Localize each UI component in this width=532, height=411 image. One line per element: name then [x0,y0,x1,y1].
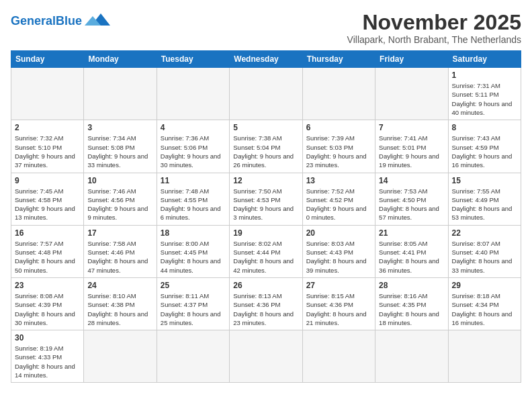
calendar-day: 20Sunrise: 8:03 AM Sunset: 4:43 PM Dayli… [302,225,375,277]
day-number: 16 [15,228,80,238]
day-number: 14 [379,176,444,185]
day-number: 13 [306,176,371,185]
calendar-day [230,330,302,383]
calendar-day: 2Sunrise: 7:32 AM Sunset: 5:10 PM Daylig… [11,120,84,173]
day-number: 15 [452,176,517,185]
day-number: 5 [233,123,298,132]
day-number: 6 [306,123,371,132]
day-number: 21 [379,228,444,238]
day-number: 10 [87,176,152,185]
day-number: 2 [15,123,80,132]
day-info: Sunrise: 8:00 AM Sunset: 4:45 PM Dayligh… [161,239,226,275]
calendar-day: 19Sunrise: 8:02 AM Sunset: 4:44 PM Dayli… [230,225,302,277]
day-number: 4 [161,123,226,132]
calendar-day: 3Sunrise: 7:34 AM Sunset: 5:08 PM Daylig… [84,120,157,173]
day-info: Sunrise: 8:08 AM Sunset: 4:39 PM Dayligh… [15,291,80,327]
day-info: Sunrise: 8:18 AM Sunset: 4:34 PM Dayligh… [452,291,517,327]
calendar-day [230,68,302,120]
day-info: Sunrise: 7:41 AM Sunset: 5:01 PM Dayligh… [379,134,444,169]
calendar-day: 13Sunrise: 7:52 AM Sunset: 4:52 PM Dayli… [302,173,375,225]
day-number: 29 [452,281,517,290]
day-number: 23 [15,281,80,290]
day-info: Sunrise: 7:38 AM Sunset: 5:04 PM Dayligh… [233,134,298,169]
calendar-day: 25Sunrise: 8:11 AM Sunset: 4:37 PM Dayli… [157,277,229,330]
calendar-table: SundayMondayTuesdayWednesdayThursdayFrid… [11,50,521,383]
day-number: 24 [87,281,152,290]
day-info: Sunrise: 8:10 AM Sunset: 4:38 PM Dayligh… [87,291,152,327]
calendar-day: 15Sunrise: 7:55 AM Sunset: 4:49 PM Dayli… [448,173,521,225]
location-subtitle: Villapark, North Brabant, The Netherland… [347,34,521,45]
day-info: Sunrise: 8:11 AM Sunset: 4:37 PM Dayligh… [161,291,226,327]
day-number: 30 [15,333,80,342]
day-info: Sunrise: 7:52 AM Sunset: 4:52 PM Dayligh… [306,187,371,222]
logo-text: GeneralBlue [11,15,82,28]
calendar-day: 17Sunrise: 7:58 AM Sunset: 4:46 PM Dayli… [84,225,157,277]
day-info: Sunrise: 7:34 AM Sunset: 5:08 PM Dayligh… [87,134,152,169]
day-number: 3 [87,123,152,132]
day-info: Sunrise: 7:58 AM Sunset: 4:46 PM Dayligh… [87,239,152,275]
calendar-week-row: 30Sunrise: 8:19 AM Sunset: 4:33 PM Dayli… [11,330,521,383]
calendar-day [84,68,157,120]
calendar-day: 6Sunrise: 7:39 AM Sunset: 5:03 PM Daylig… [302,120,375,173]
calendar-week-row: 1Sunrise: 7:31 AM Sunset: 5:11 PM Daylig… [11,68,521,120]
day-number: 20 [306,228,371,238]
day-number: 18 [161,228,226,238]
calendar-day [11,68,84,120]
day-info: Sunrise: 8:03 AM Sunset: 4:43 PM Dayligh… [306,239,371,275]
calendar-day: 8Sunrise: 7:43 AM Sunset: 4:59 PM Daylig… [448,120,521,173]
day-number: 8 [452,123,517,132]
day-number: 9 [15,176,80,185]
day-info: Sunrise: 8:15 AM Sunset: 4:36 PM Dayligh… [306,291,371,327]
calendar-week-row: 2Sunrise: 7:32 AM Sunset: 5:10 PM Daylig… [11,120,521,173]
day-info: Sunrise: 7:32 AM Sunset: 5:10 PM Dayligh… [15,134,80,169]
calendar-week-row: 9Sunrise: 7:45 AM Sunset: 4:58 PM Daylig… [11,173,521,225]
day-info: Sunrise: 7:55 AM Sunset: 4:49 PM Dayligh… [452,187,517,222]
weekday-header: Friday [375,51,448,68]
calendar-day: 5Sunrise: 7:38 AM Sunset: 5:04 PM Daylig… [230,120,302,173]
day-number: 28 [379,281,444,290]
day-info: Sunrise: 8:16 AM Sunset: 4:35 PM Dayligh… [379,291,444,327]
day-number: 22 [452,228,517,238]
day-info: Sunrise: 7:53 AM Sunset: 4:50 PM Dayligh… [379,187,444,222]
day-info: Sunrise: 8:02 AM Sunset: 4:44 PM Dayligh… [233,239,298,275]
weekday-header: Tuesday [157,51,229,68]
calendar-day: 7Sunrise: 7:41 AM Sunset: 5:01 PM Daylig… [375,120,448,173]
calendar-day: 23Sunrise: 8:08 AM Sunset: 4:39 PM Dayli… [11,277,84,330]
day-info: Sunrise: 7:46 AM Sunset: 4:56 PM Dayligh… [87,187,152,222]
day-number: 19 [233,228,298,238]
day-info: Sunrise: 8:19 AM Sunset: 4:33 PM Dayligh… [15,344,80,379]
logo-icon [85,11,110,30]
calendar-day: 22Sunrise: 8:07 AM Sunset: 4:40 PM Dayli… [448,225,521,277]
weekday-header-row: SundayMondayTuesdayWednesdayThursdayFrid… [11,51,521,68]
calendar-day: 14Sunrise: 7:53 AM Sunset: 4:50 PM Dayli… [375,173,448,225]
calendar-day: 27Sunrise: 8:15 AM Sunset: 4:36 PM Dayli… [302,277,375,330]
day-number: 27 [306,281,371,290]
day-info: Sunrise: 7:39 AM Sunset: 5:03 PM Dayligh… [306,134,371,169]
calendar-day: 4Sunrise: 7:36 AM Sunset: 5:06 PM Daylig… [157,120,229,173]
day-info: Sunrise: 8:13 AM Sunset: 4:36 PM Dayligh… [233,291,298,327]
weekday-header: Sunday [11,51,84,68]
day-info: Sunrise: 7:45 AM Sunset: 4:58 PM Dayligh… [15,187,80,222]
calendar-day: 24Sunrise: 8:10 AM Sunset: 4:38 PM Dayli… [84,277,157,330]
weekday-header: Wednesday [230,51,302,68]
day-info: Sunrise: 7:57 AM Sunset: 4:48 PM Dayligh… [15,239,80,275]
weekday-header: Thursday [302,51,375,68]
calendar-day: 11Sunrise: 7:48 AM Sunset: 4:55 PM Dayli… [157,173,229,225]
calendar-week-row: 16Sunrise: 7:57 AM Sunset: 4:48 PM Dayli… [11,225,521,277]
day-info: Sunrise: 7:36 AM Sunset: 5:06 PM Dayligh… [161,134,226,169]
calendar-day [375,330,448,383]
calendar-day [157,330,229,383]
day-info: Sunrise: 7:43 AM Sunset: 4:59 PM Dayligh… [452,134,517,169]
calendar-day: 28Sunrise: 8:16 AM Sunset: 4:35 PM Dayli… [375,277,448,330]
day-number: 26 [233,281,298,290]
weekday-header: Saturday [448,51,521,68]
day-info: Sunrise: 7:31 AM Sunset: 5:11 PM Dayligh… [452,81,517,117]
page-header: GeneralBlue November 2025 Villapark, Nor… [11,11,521,45]
calendar-day [375,68,448,120]
calendar-day [448,330,521,383]
calendar-day: 26Sunrise: 8:13 AM Sunset: 4:36 PM Dayli… [230,277,302,330]
day-info: Sunrise: 7:48 AM Sunset: 4:55 PM Dayligh… [161,187,226,222]
weekday-header: Monday [84,51,157,68]
day-info: Sunrise: 8:05 AM Sunset: 4:41 PM Dayligh… [379,239,444,275]
day-number: 7 [379,123,444,132]
